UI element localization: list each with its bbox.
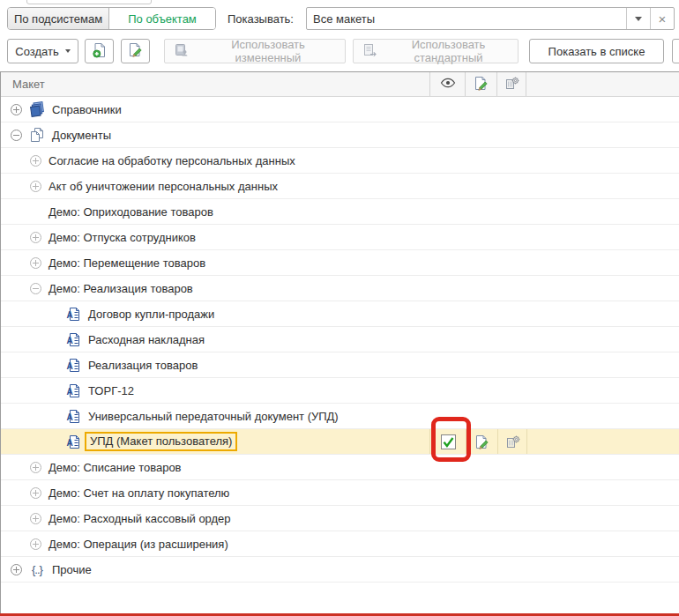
use-modified-label: Использовать измененный: [197, 38, 340, 64]
tree-row[interactable]: Акт об уничтожении персональных данных: [1, 174, 679, 199]
use-standard-icon: [362, 43, 377, 60]
edit-template-icon[interactable]: [466, 429, 497, 454]
tree-row[interactable]: А Универсальный передаточный документ (У…: [1, 404, 679, 429]
tree-row[interactable]: Демо: Расходный кассовый ордер: [1, 506, 679, 531]
caret-down-icon: [65, 49, 71, 53]
eye-icon: [440, 78, 456, 91]
edit-template-icon: [128, 42, 143, 60]
use-modified-icon: [174, 43, 190, 60]
grid-header: Макет: [1, 72, 679, 97]
expander-icon[interactable]: [30, 232, 41, 243]
use-modified-checkbox[interactable]: [429, 429, 466, 454]
show-in-list-label: Показать в списке: [548, 45, 645, 58]
template-manager-window: По подсистемам По объектам Показывать: В…: [0, 0, 679, 616]
expander-icon[interactable]: [30, 283, 41, 294]
row-label: Демо: Реализация товаров: [48, 282, 193, 295]
tree-row[interactable]: Демо: Счет на оплату покупателю: [1, 480, 679, 506]
expander-icon[interactable]: [30, 487, 41, 499]
expander-icon[interactable]: [30, 257, 41, 269]
show-in-list-button[interactable]: Показать в списке: [529, 39, 664, 63]
row-label: ТОРГ-12: [88, 384, 134, 397]
tree-row[interactable]: Справочники: [1, 97, 679, 122]
dropdown-button[interactable]: [626, 8, 650, 29]
row-label: Реализация товаров: [88, 359, 198, 372]
use-standard-label: Использовать стандартный: [384, 38, 512, 64]
template-icon: А: [66, 408, 81, 424]
toolbar: Создать: [0, 39, 679, 63]
clear-filter-button[interactable]: ×: [650, 8, 674, 29]
tab-by-objects[interactable]: По объектам: [109, 8, 215, 29]
expander-icon[interactable]: [11, 130, 22, 141]
svg-text:А: А: [67, 360, 73, 370]
edit-template-icon: [474, 76, 489, 93]
tree-row[interactable]: А ТОРГ-12: [1, 378, 679, 404]
tree-row[interactable]: Демо: Реализация товаров: [1, 276, 679, 301]
svg-text:А: А: [67, 309, 73, 319]
show-filter-combobox[interactable]: Все макеты ×: [306, 7, 675, 30]
column-header-edit[interactable]: [465, 72, 496, 96]
tab-by-subsystems[interactable]: По подсистемам: [8, 8, 109, 29]
tree-row[interactable]: А УПД (Макет пользователя): [1, 429, 679, 455]
tree-row[interactable]: А Договор купли-продажи: [1, 301, 679, 327]
edit-template-button[interactable]: [121, 39, 150, 63]
tree-row[interactable]: {..} Прочие: [1, 557, 679, 583]
cut-off-element-top: [26, 0, 152, 4]
use-modified-button[interactable]: Использовать измененный: [164, 39, 346, 63]
expander-icon[interactable]: [30, 513, 41, 524]
tree-row[interactable]: Демо: Списание товаров: [1, 455, 679, 480]
create-button-label: Создать: [15, 45, 58, 58]
template-icon: А: [66, 306, 81, 322]
documents-icon: [29, 127, 45, 143]
svg-text:А: А: [67, 335, 73, 345]
svg-text:А: А: [67, 437, 73, 447]
row-label: Согласие на обработку персональных данны…: [48, 154, 295, 167]
combo-value: Все макеты: [307, 12, 626, 26]
expander-icon[interactable]: [11, 564, 22, 575]
clear-x-icon: ×: [659, 12, 667, 26]
row-label: Демо: Отпуска сотрудников: [48, 231, 196, 244]
tree-row[interactable]: Демо: Оприходование товаров: [1, 199, 679, 225]
template-icon: А: [66, 434, 81, 449]
caret-down-icon: [635, 17, 642, 21]
row-label: Демо: Операция (из расширения): [48, 538, 228, 551]
svg-text:А: А: [67, 386, 73, 396]
template-icon: А: [66, 357, 81, 373]
column-header-maket[interactable]: Макет: [1, 78, 429, 91]
row-label: Универсальный передаточный документ (УПД…: [88, 410, 339, 423]
catalogs-icon: [29, 101, 45, 117]
row-label: Демо: Расходный кассовый ордер: [48, 512, 231, 525]
row-label: Демо: Оприходование товаров: [48, 205, 213, 219]
expander-icon[interactable]: [30, 462, 41, 473]
tree-row[interactable]: А Расходная накладная: [1, 327, 679, 353]
tree-row[interactable]: Согласие на обработку персональных данны…: [1, 148, 679, 174]
column-header-structure[interactable]: [496, 72, 526, 96]
tree-row[interactable]: Демо: Перемещение товаров: [1, 250, 679, 276]
template-icon: А: [66, 331, 81, 347]
show-filter-label: Показывать:: [228, 12, 294, 26]
row-label: Демо: Счет на оплату покупателю: [48, 486, 229, 500]
tree-row[interactable]: Документы: [1, 122, 679, 148]
row-label: Справочники: [52, 103, 122, 116]
filter-bar: По подсистемам По объектам Показывать: В…: [0, 7, 679, 30]
structure-icon[interactable]: [497, 429, 527, 454]
expander-icon[interactable]: [30, 538, 41, 550]
row-label: УПД (Макет пользователя): [85, 432, 237, 451]
column-header-visibility[interactable]: [429, 72, 465, 96]
tree-row[interactable]: Демо: Отпуска сотрудников: [1, 225, 679, 250]
expander-icon[interactable]: [30, 181, 41, 192]
use-standard-button[interactable]: Использовать стандартный: [353, 39, 519, 63]
cut-off-button-right[interactable]: [672, 39, 679, 63]
expander-icon[interactable]: [30, 155, 41, 167]
checkmark-icon: [441, 434, 456, 449]
structure-icon: [504, 76, 519, 93]
tree-row[interactable]: А Реализация товаров: [1, 353, 679, 378]
braces-icon: {..}: [29, 561, 45, 577]
create-button[interactable]: Создать: [7, 39, 78, 63]
view-mode-switch: По подсистемам По объектам: [7, 7, 216, 30]
expander-icon[interactable]: [11, 104, 22, 115]
new-template-icon: [92, 42, 108, 61]
svg-text:А: А: [67, 412, 73, 421]
row-label: Акт об уничтожении персональных данных: [48, 180, 278, 193]
tree-row[interactable]: Демо: Операция (из расширения): [1, 531, 679, 557]
add-template-button[interactable]: [85, 39, 114, 63]
